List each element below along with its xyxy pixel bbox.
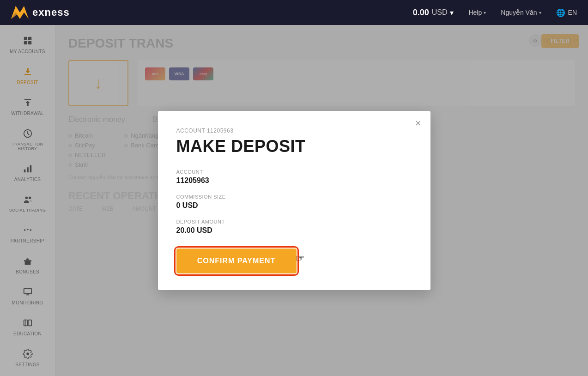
commission-field-label: COMMISSION SIZE: [176, 194, 412, 200]
account-field-value: 11205963: [176, 176, 412, 185]
user-chevron-icon: ▾: [539, 10, 541, 15]
top-navigation: exness 0.00 USD ▾ Help ▾ Nguyễn Văn ▾ 🌐 …: [0, 0, 588, 25]
user-name: Nguyễn Văn: [501, 9, 537, 16]
help-label: Help: [468, 9, 482, 16]
account-field: ACCOUNT 11205963: [176, 169, 412, 185]
deposit-amount-value: 20.00 USD: [176, 226, 412, 235]
help-chevron-icon: ▾: [484, 10, 486, 15]
globe-icon: 🌐: [556, 8, 565, 17]
confirm-btn-wrapper: CONFIRM PAYMENT ☞: [176, 244, 297, 273]
balance-area[interactable]: 0.00 USD ▾: [413, 8, 454, 18]
balance-currency: USD: [432, 8, 448, 17]
logo-area: exness: [11, 6, 413, 19]
modal-close-button[interactable]: ×: [415, 118, 421, 128]
language-selector[interactable]: 🌐 EN: [556, 8, 577, 17]
commission-field: COMMISSION SIZE 0 USD: [176, 194, 412, 210]
help-dropdown[interactable]: Help ▾: [468, 9, 486, 16]
make-deposit-modal: × ACCOUNT 11205963 MAKE DEPOSIT ACCOUNT …: [158, 111, 430, 290]
account-field-label: ACCOUNT: [176, 169, 412, 175]
modal-overlay: × ACCOUNT 11205963 MAKE DEPOSIT ACCOUNT …: [0, 25, 588, 376]
balance-amount: 0.00: [413, 8, 429, 18]
deposit-amount-field: DEPOSIT AMOUNT 20.00 USD: [176, 219, 412, 235]
logo-text: exness: [32, 6, 70, 18]
nav-right: 0.00 USD ▾ Help ▾ Nguyễn Văn ▾ 🌐 EN: [413, 8, 577, 18]
deposit-amount-label: DEPOSIT AMOUNT: [176, 219, 412, 224]
cursor-hand-icon: ☞: [296, 253, 305, 265]
svg-marker-1: [11, 6, 20, 19]
exness-logo-icon: [11, 6, 29, 19]
commission-field-value: 0 USD: [176, 201, 412, 210]
modal-title: MAKE DEPOSIT: [176, 137, 412, 156]
balance-chevron-icon: ▾: [450, 8, 454, 17]
lang-label: EN: [568, 9, 577, 16]
user-dropdown[interactable]: Nguyễn Văn ▾: [501, 9, 541, 16]
confirm-payment-button[interactable]: CONFIRM PAYMENT: [176, 249, 297, 273]
modal-account-label: ACCOUNT 11205963: [176, 127, 412, 134]
